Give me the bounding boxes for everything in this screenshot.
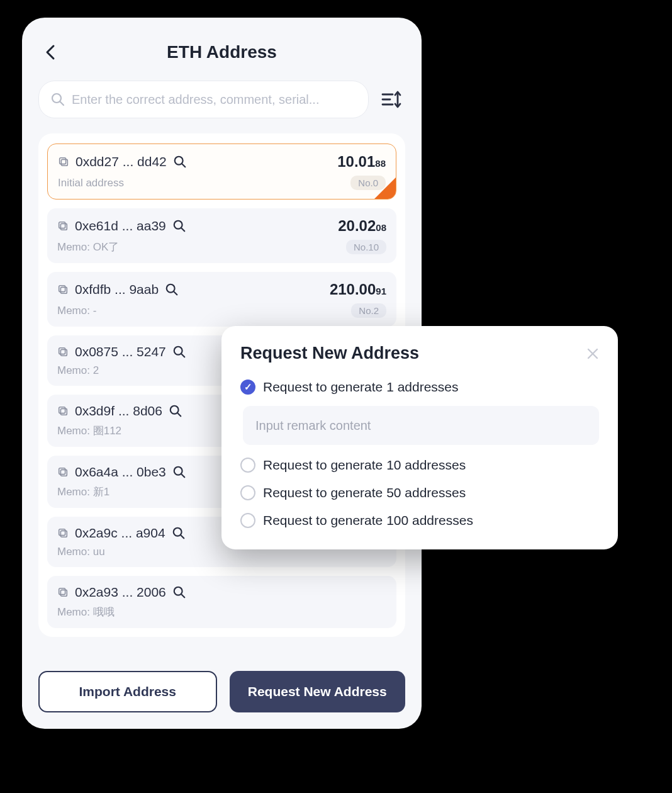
svg-rect-23 [59,407,65,413]
address-row-bottom: Initial addressNo.0 [58,176,386,190]
svg-line-1 [60,102,64,106]
address-memo: Memo: 哦哦 [57,605,115,619]
copy-icon [57,220,69,232]
address-short: 0x2a9c ... a904 [75,526,165,541]
generate-option[interactable]: Request to generate 100 addresses [240,513,599,528]
address-short: 0x0875 ... 5247 [75,344,166,359]
view-address-button[interactable] [165,283,179,296]
address-card[interactable]: 0xe61d ... aa3920.0208Memo: OK了No.10 [47,208,396,263]
svg-rect-31 [59,529,65,536]
generate-option[interactable]: Request to generate 10 addresses [240,458,599,473]
svg-rect-19 [59,348,65,354]
svg-rect-18 [60,349,67,356]
address-row-top: 0x2a93 ... 2006 [57,585,386,600]
svg-line-29 [181,474,184,477]
copy-address-button[interactable] [57,220,69,232]
chevron-left-icon [45,43,57,61]
remark-input[interactable] [243,406,599,445]
address-left: 0x6a4a ... 0be3 [57,464,186,480]
address-memo: Memo: 2 [57,364,99,377]
copy-address-button[interactable] [58,156,69,167]
svg-rect-6 [61,159,67,166]
svg-rect-11 [59,222,65,228]
back-button[interactable] [40,41,62,64]
radio-unchecked-icon[interactable] [240,485,255,500]
balance-dec: 08 [376,222,386,233]
magnify-icon [172,526,186,540]
address-short: 0xfdfb ... 9aab [75,282,159,297]
copy-address-button[interactable] [57,346,69,357]
svg-rect-35 [59,588,65,595]
copy-icon [57,527,69,539]
balance-dec: 88 [375,158,386,169]
svg-rect-15 [59,286,65,292]
request-new-address-button[interactable]: Request New Address [230,671,406,712]
radio-checked-icon[interactable] [240,380,255,395]
copy-address-button[interactable] [57,405,69,417]
svg-rect-27 [59,468,65,475]
generate-option[interactable]: Request to generate 1 addresses [240,380,599,395]
copy-icon [57,284,69,295]
address-short: 0xdd27 ... dd42 [76,154,167,169]
address-row-bottom: Memo: OK了No.10 [57,240,386,254]
address-memo: Memo: uu [57,546,105,558]
address-memo: Memo: - [57,305,96,317]
address-number-badge: No.2 [351,303,386,318]
view-address-button[interactable] [169,404,182,418]
modal-title: Request New Address [240,344,419,363]
modal-header: Request New Address [240,344,599,363]
svg-rect-14 [60,287,67,293]
balance-int: 210.00 [330,281,376,298]
magnify-icon [173,155,187,169]
radio-unchecked-icon[interactable] [240,513,255,528]
svg-line-33 [181,535,184,538]
svg-rect-30 [60,531,67,537]
radio-unchecked-icon[interactable] [240,458,255,473]
address-row-top: 0xfdfb ... 9aab210.0091 [57,281,386,298]
magnify-icon [165,283,179,296]
address-left: 0x2a93 ... 2006 [57,585,186,600]
copy-address-button[interactable] [57,587,69,598]
modal-close-button[interactable] [586,347,599,360]
address-left: 0xdd27 ... dd42 [58,154,187,169]
address-card[interactable]: 0xdd27 ... dd4210.0188Initial addressNo.… [47,143,396,200]
address-short: 0xe61d ... aa39 [75,218,166,233]
view-address-button[interactable] [172,219,186,233]
search-box[interactable] [38,81,369,118]
balance-dec: 91 [376,286,386,296]
address-card[interactable]: 0x2a93 ... 2006Memo: 哦哦 [47,576,396,628]
search-input[interactable] [72,93,357,107]
address-card[interactable]: 0xfdfb ... 9aab210.0091Memo: -No.2 [47,272,396,327]
address-left: 0x0875 ... 5247 [57,344,186,359]
copy-icon [57,405,69,417]
svg-line-17 [174,291,177,295]
svg-rect-26 [60,470,67,476]
svg-rect-7 [60,158,66,164]
address-number-badge: No.10 [346,240,386,254]
svg-line-21 [181,354,184,357]
generate-option[interactable]: Request to generate 50 addresses [240,485,599,500]
address-row-bottom: Memo: -No.2 [57,303,386,318]
address-balance: 10.0188 [337,153,386,171]
svg-line-37 [181,594,184,597]
view-address-button[interactable] [173,155,187,169]
copy-address-button[interactable] [57,527,69,539]
address-short: 0x2a93 ... 2006 [75,585,166,600]
view-address-button[interactable] [172,526,186,540]
view-address-button[interactable] [172,585,186,599]
view-address-button[interactable] [172,465,186,479]
svg-line-25 [177,413,181,416]
import-address-button[interactable]: Import Address [38,671,217,712]
svg-rect-22 [60,408,67,415]
sort-button[interactable] [378,86,405,113]
sort-icon [381,90,401,109]
view-address-button[interactable] [172,345,186,359]
address-memo: Initial address [58,177,124,189]
copy-address-button[interactable] [57,466,69,478]
copy-address-button[interactable] [57,284,69,295]
address-left: 0xe61d ... aa39 [57,218,186,233]
header: ETH Address [38,31,405,73]
address-balance: 210.0091 [330,281,386,298]
option-label: Request to generate 100 addresses [263,513,473,528]
address-memo: Memo: 新1 [57,485,109,499]
